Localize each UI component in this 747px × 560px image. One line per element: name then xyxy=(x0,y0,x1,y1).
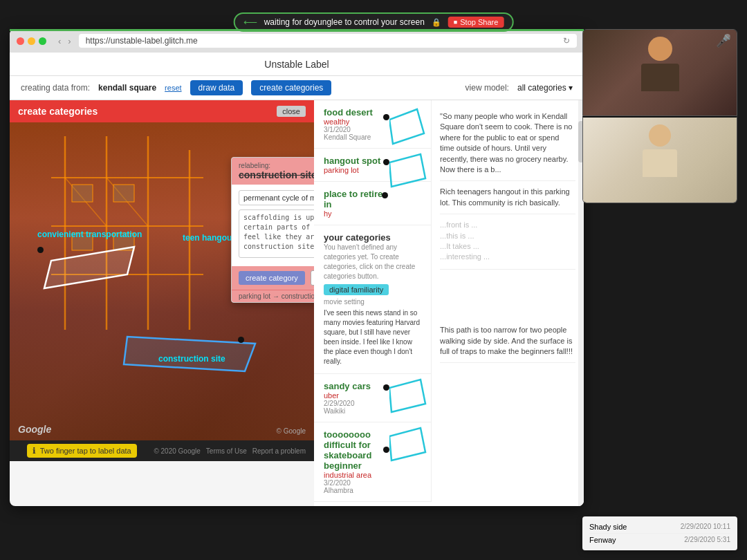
your-categories-title: your categories xyxy=(324,232,421,243)
shady-side-date: 2/29/2020 10:11 xyxy=(681,523,730,531)
panel-title: create categories xyxy=(18,106,98,117)
close-popup-button[interactable]: close xyxy=(311,270,314,286)
forward-button[interactable]: › xyxy=(66,36,73,46)
main-content: create categories close xyxy=(10,100,584,506)
video-doyunglee: doyunglee xyxy=(582,116,737,203)
video-container: 🎤 Adit Dhanushkodi doyunglee xyxy=(582,29,737,203)
skateboard-location: Alhambra xyxy=(324,487,389,494)
skateboard-node xyxy=(383,447,389,453)
card-retire: place to retire in hy xyxy=(314,182,431,225)
node-dot-3 xyxy=(238,337,244,343)
create-categories-button[interactable]: create categories xyxy=(251,80,331,95)
digital-familiarity-tag[interactable]: digital familiarity xyxy=(324,284,389,295)
node-dot-1 xyxy=(37,247,44,253)
notice-text: Two finger tap to label data xyxy=(40,447,131,455)
share-text: waiting for doyunglee to control your sc… xyxy=(264,17,425,27)
hangout-quote: Rich teenagers hangout in this parking l… xyxy=(440,187,575,208)
skateboard-shape xyxy=(389,426,427,464)
movie-setting-desc: I've seen this news stand in so many mov… xyxy=(324,308,421,366)
info-icon: ℹ xyxy=(33,446,36,456)
card-sandy: sandy cars uber 2/29/2020 Waikiki xyxy=(314,374,431,422)
arrow-icon: ⟵ xyxy=(243,17,257,28)
browser-titlebar: ‹ › https://unstable-label.glitch.me ↻ xyxy=(10,29,584,53)
creating-label: creating data from: xyxy=(21,83,90,93)
maximize-window-button[interactable] xyxy=(39,37,46,45)
svg-marker-17 xyxy=(389,380,425,412)
google-logo: Google xyxy=(18,424,51,435)
svg-marker-18 xyxy=(389,428,425,460)
shady-side-row: Shady side 2/29/2020 10:11 xyxy=(589,521,730,534)
video-adit: 🎤 Adit Dhanushkodi xyxy=(582,29,737,116)
retire-quote: ...front is ......this is ......It takes… xyxy=(440,220,575,263)
lock-icon: 🔒 xyxy=(432,18,441,27)
video-adit-bg: 🎤 xyxy=(583,30,737,115)
draw-data-button[interactable]: draw data xyxy=(190,80,243,95)
skateboard-tag: toooooooo difficult for skateboard begin… xyxy=(324,429,389,471)
card-skateboard: toooooooo difficult for skateboard begin… xyxy=(314,422,431,502)
stop-share-button[interactable]: Stop Share xyxy=(448,17,504,28)
reload-button[interactable]: ↻ xyxy=(563,36,570,46)
construction-label[interactable]: construction site xyxy=(158,354,225,364)
report-link[interactable]: Report a problem xyxy=(252,447,306,455)
url-text: https://unstable-label.glitch.me xyxy=(86,36,198,46)
skateboard-quote: This path is too narrow for two people w… xyxy=(440,325,575,357)
transport-label[interactable]: convienient transportation xyxy=(37,230,142,239)
panel-header: create categories close xyxy=(10,100,314,122)
adit-emoji: 🎤 xyxy=(716,33,731,48)
reset-link[interactable]: reset xyxy=(165,84,181,92)
sandy-shape xyxy=(389,377,427,416)
street-view-area[interactable]: convienient transportation teen hangout … xyxy=(10,122,314,440)
cards-right: "So many people who work in Kendall Squa… xyxy=(432,100,584,502)
retire-subtag: hy xyxy=(324,209,389,218)
description-textarea[interactable]: scaffolding is up all the time in certai… xyxy=(239,209,314,258)
quote-hangout: Rich teenagers hangout in this parking l… xyxy=(440,181,575,214)
card-hangout: hangout spot parking lot xyxy=(314,149,431,182)
back-button[interactable]: ‹ xyxy=(56,36,63,46)
terms-link[interactable]: Terms of Use xyxy=(206,447,247,455)
retire-tag: place to retire in xyxy=(324,189,389,209)
panel-close-button[interactable]: close xyxy=(277,106,306,117)
sandy-subtag: uber xyxy=(324,391,389,400)
view-model-label: view model: xyxy=(465,83,509,93)
view-model-select[interactable]: all categories ▾ xyxy=(517,83,573,93)
green-top-bar xyxy=(10,29,584,31)
food-desert-quote: "So many people who work in Kendall Squa… xyxy=(440,111,575,175)
quote-skateboard: This path is too narrow for two people w… xyxy=(440,270,575,363)
location-value: kendall square xyxy=(98,83,156,93)
new-label-input[interactable] xyxy=(239,190,314,205)
card-food-desert: food desert wealthy 3/1/2020 Kendall Squ… xyxy=(314,100,431,149)
skateboard-date: 3/2/2020 xyxy=(324,479,389,487)
right-panel: food desert wealthy 3/1/2020 Kendall Squ… xyxy=(314,100,584,506)
your-categories-desc: You haven't defined any categories yet. … xyxy=(324,243,421,281)
bottom-section: Shady side 2/29/2020 10:11 Fenway 2/29/2… xyxy=(582,516,737,550)
fenway-row: Fenway 2/29/2020 5:31 xyxy=(589,534,730,546)
hangout-tag: hangout spot xyxy=(324,156,389,166)
hangout-node xyxy=(383,159,389,165)
app-title: Unstable Label xyxy=(264,59,329,70)
retire-node xyxy=(382,192,388,198)
svg-marker-15 xyxy=(389,109,424,144)
quote-food-desert: "So many people who work in Kendall Squa… xyxy=(440,106,575,181)
relabeling-popup: relabeling: construction site scaffoldin… xyxy=(231,157,314,303)
movie-setting-tag: movie setting xyxy=(324,298,421,306)
close-window-button[interactable] xyxy=(17,37,24,45)
food-desert-node xyxy=(383,114,389,120)
shady-side-label: Shady side xyxy=(589,523,627,531)
quote-retire: ...front is ......this is ......It takes… xyxy=(440,214,575,270)
toolbar: creating data from: kendall square reset… xyxy=(10,76,584,100)
sandy-date: 2/29/2020 xyxy=(324,400,389,407)
popup-footer: create category close ↖ xyxy=(232,266,314,290)
minimize-window-button[interactable] xyxy=(28,37,35,45)
street-view-footer: ℹ Two finger tap to label data © 2020 Go… xyxy=(10,440,314,461)
create-category-button[interactable]: create category xyxy=(239,271,305,285)
url-bar[interactable]: https://unstable-label.glitch.me ↻ xyxy=(79,34,577,48)
create-categories-panel: create categories close xyxy=(10,100,314,506)
food-desert-location: Kendall Square xyxy=(324,133,389,141)
skateboard-subtag: industrial area xyxy=(324,471,389,479)
right-panel-inner: food desert wealthy 3/1/2020 Kendall Squ… xyxy=(314,100,584,502)
popup-body: scaffolding is up all the time in certai… xyxy=(232,185,314,266)
doyunglee-name-tag: doyunglee xyxy=(583,203,737,203)
traffic-lights xyxy=(17,37,46,45)
fenway-date: 2/29/2020 5:31 xyxy=(684,536,730,544)
browser-window: ‹ › https://unstable-label.glitch.me ↻ U… xyxy=(10,29,584,506)
